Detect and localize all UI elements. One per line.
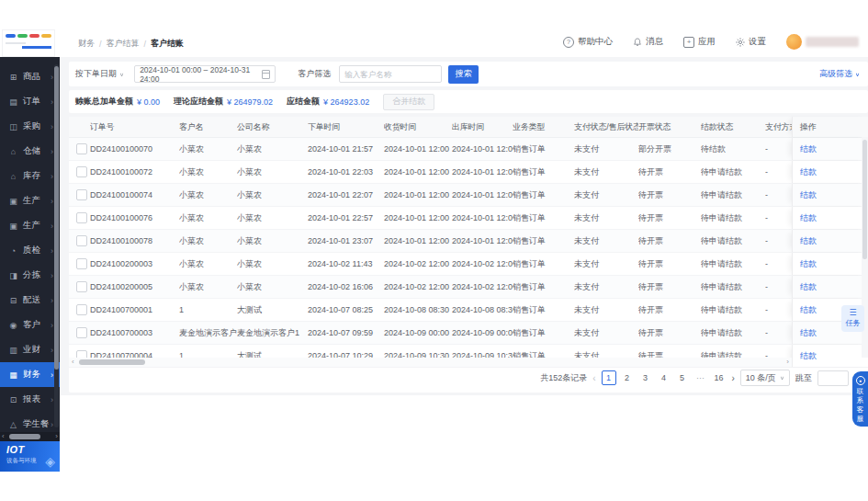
table-row: DD24100100078小菜农小菜农2024-10-01 23:072024-… bbox=[69, 230, 868, 253]
table-cell: 2024-10-01 12:00 bbox=[452, 230, 513, 252]
settle-link[interactable]: 结款 bbox=[800, 350, 817, 362]
table-cell: 待申请结款 bbox=[701, 276, 765, 298]
sidebar-item-finance[interactable]: ▦财务› bbox=[0, 362, 60, 387]
search-button[interactable]: 搜索 bbox=[448, 65, 479, 84]
date-type-select[interactable]: 按下单日期 ∨ bbox=[75, 68, 124, 80]
column-header: 下单时间 bbox=[308, 117, 384, 137]
scroll-right-icon[interactable]: › bbox=[786, 358, 789, 367]
sidebar-item-produce1[interactable]: ▣生产› bbox=[0, 188, 60, 213]
scroll-right-icon[interactable]: › bbox=[55, 432, 58, 441]
sidebar-item-purchase[interactable]: ◫采购› bbox=[0, 114, 60, 139]
table-cell: 小菜农 bbox=[237, 184, 308, 206]
merge-settle-button[interactable]: 合并结款 bbox=[383, 94, 434, 110]
settings-button[interactable]: 设置 bbox=[736, 36, 766, 48]
page-number: ··· bbox=[693, 370, 708, 385]
sidebar-item-warehouse[interactable]: ⌂仓储› bbox=[0, 139, 60, 164]
settle-link[interactable]: 结款 bbox=[800, 304, 817, 316]
chevron-right-icon: › bbox=[51, 196, 53, 205]
chevron-right-icon: › bbox=[51, 270, 53, 279]
table-horizontal-scrollbar[interactable]: ‹ › bbox=[69, 358, 792, 367]
sidebar-item-delivery[interactable]: ⊟配送› bbox=[0, 288, 60, 313]
scroll-left-icon[interactable]: ‹ bbox=[2, 432, 5, 441]
table-cell: 销售订单 bbox=[513, 253, 574, 275]
finance-icon: ▦ bbox=[8, 370, 18, 380]
sidebar-vertical-scrollbar[interactable] bbox=[54, 64, 59, 427]
table-cell: 小菜农 bbox=[179, 230, 237, 252]
scrollbar-thumb[interactable] bbox=[79, 359, 145, 365]
breadcrumb-item[interactable]: 财务 bbox=[78, 38, 95, 50]
pagination: 共152条记录 ‹ 12345···16 › 10 条/页 ∨ 跳至 页 bbox=[540, 368, 862, 388]
sidebar-item-quality[interactable]: ◔质检› bbox=[0, 238, 60, 263]
row-checkbox[interactable] bbox=[76, 281, 87, 292]
advanced-filter-toggle[interactable]: 高级筛选 ∨ bbox=[819, 68, 860, 80]
apps-button[interactable]: + 应用 bbox=[683, 36, 716, 48]
settle-link[interactable]: 结款 bbox=[800, 258, 817, 270]
sidebar-item-report[interactable]: ⊡报表› bbox=[0, 387, 60, 412]
table-cell: 2024-10-01 12:00 bbox=[452, 161, 513, 183]
row-checkbox[interactable] bbox=[76, 143, 87, 154]
table-body: DD24100100070小菜农小菜农2024-10-01 21:572024-… bbox=[69, 138, 868, 368]
settle-link[interactable]: 结款 bbox=[800, 166, 817, 178]
settle-link[interactable]: 结款 bbox=[800, 143, 817, 155]
sidebar-item-stock[interactable]: ⌂库存› bbox=[0, 164, 60, 188]
row-checkbox[interactable] bbox=[76, 304, 87, 315]
page-size-select[interactable]: 10 条/页 ∨ bbox=[740, 370, 790, 386]
page-number[interactable]: 5 bbox=[675, 370, 690, 385]
page-number[interactable]: 2 bbox=[620, 370, 635, 385]
page-number[interactable]: 16 bbox=[712, 370, 727, 385]
scroll-left-icon[interactable]: ‹ bbox=[72, 358, 74, 367]
next-page-icon[interactable]: › bbox=[732, 373, 735, 383]
orders-table: 订单号客户名公司名称下单时间收货时间出库时间业务类型支付状态/售后状态开票状态结… bbox=[69, 117, 868, 393]
row-checkbox[interactable] bbox=[76, 258, 87, 269]
row-checkbox[interactable] bbox=[76, 327, 87, 338]
settle-link[interactable]: 结款 bbox=[800, 327, 817, 339]
sidebar-item-customer[interactable]: ◉客户› bbox=[0, 313, 60, 337]
record-count: 共152条记录 bbox=[540, 372, 587, 384]
sidebar-item-sorting[interactable]: ◨分拣› bbox=[0, 263, 60, 288]
chevron-down-icon: ∨ bbox=[780, 375, 784, 381]
help-center-button[interactable]: ? 帮助中心 bbox=[563, 36, 613, 48]
chevron-right-icon: › bbox=[51, 171, 53, 180]
settle-link[interactable]: 结款 bbox=[800, 281, 817, 293]
sidebar-horizontal-scrollbar[interactable]: ‹ › bbox=[0, 432, 60, 441]
page-number[interactable]: 3 bbox=[638, 370, 653, 385]
scrollbar-thumb[interactable] bbox=[9, 434, 40, 439]
row-checkbox[interactable] bbox=[76, 212, 87, 223]
sidebar-item-goods[interactable]: ⊞商品› bbox=[0, 64, 60, 89]
table-row: DD24100200003小菜农小菜农2024-10-02 11:432024-… bbox=[69, 253, 868, 276]
jump-page-input[interactable] bbox=[817, 370, 849, 386]
bell-icon bbox=[633, 38, 642, 47]
contact-service-tab[interactable]: ● 联系客服 bbox=[852, 371, 868, 427]
logo-bars-icon bbox=[6, 34, 51, 38]
settle-link[interactable]: 结款 bbox=[800, 189, 817, 201]
table-cell: 2024-10-08 08:30 bbox=[452, 299, 513, 321]
sidebar-item-order[interactable]: ▤订单› bbox=[0, 89, 60, 114]
page-number[interactable]: 4 bbox=[657, 370, 671, 385]
table-cell: 2024-10-02 12:00 bbox=[452, 253, 513, 275]
table-cell: 小菜农 bbox=[237, 276, 308, 298]
date-range-input[interactable]: 2024-10-01 00:00 – 2024-10-31 24:00 bbox=[134, 65, 276, 83]
tasks-widget[interactable]: ☰ 任务 bbox=[841, 305, 864, 332]
table-cell: 待申请结款 bbox=[701, 230, 765, 252]
settle-link[interactable]: 结款 bbox=[800, 212, 817, 224]
settle-link[interactable]: 结款 bbox=[800, 235, 817, 247]
row-checkbox[interactable] bbox=[76, 189, 87, 200]
messages-button[interactable]: 消息 bbox=[633, 36, 663, 48]
chevron-right-icon: › bbox=[51, 370, 53, 379]
page-number[interactable]: 1 bbox=[602, 370, 616, 385]
table-cell: - bbox=[765, 138, 792, 160]
prev-page-icon[interactable]: ‹ bbox=[592, 373, 595, 383]
row-checkbox[interactable] bbox=[76, 166, 87, 177]
sidebar-item-bizfinance[interactable]: ▥业财› bbox=[0, 337, 60, 362]
sidebar-item-produce2[interactable]: ▣生产› bbox=[0, 213, 60, 238]
iot-banner[interactable]: IOT 设备与环境 ◈ bbox=[0, 441, 60, 472]
user-account[interactable] bbox=[786, 34, 859, 50]
table-cell: 未支付 bbox=[574, 276, 638, 298]
row-checkbox[interactable] bbox=[76, 235, 87, 246]
customer-search-input[interactable] bbox=[339, 65, 442, 83]
chevron-right-icon: › bbox=[51, 320, 53, 329]
table-cell: 2024-10-02 16:06 bbox=[308, 276, 384, 298]
chevron-right-icon: › bbox=[51, 345, 53, 354]
table-cell: 2024-10-01 22:57 bbox=[308, 207, 384, 229]
breadcrumb-item[interactable]: 客户结算 bbox=[107, 38, 140, 50]
